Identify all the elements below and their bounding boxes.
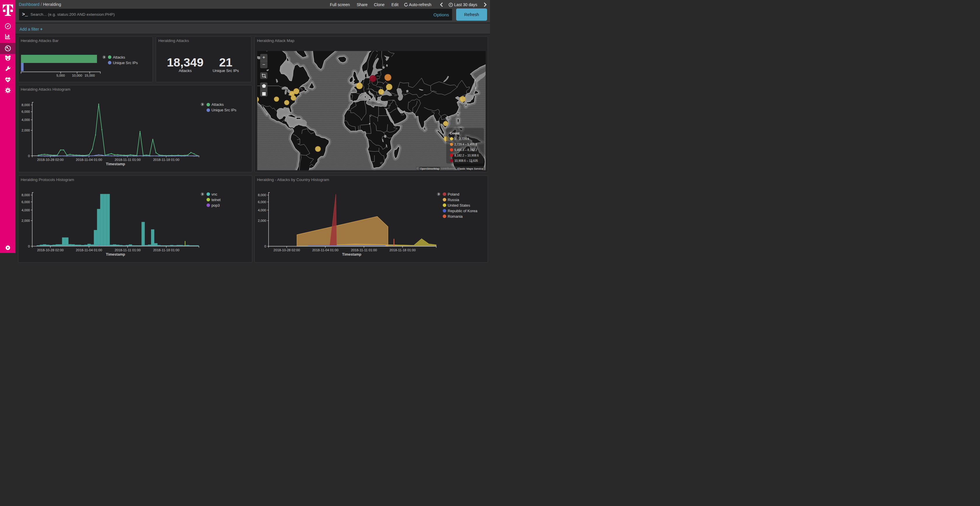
- svg-text:10,908.6 – 13,635: 10,908.6 – 13,635: [454, 159, 478, 162]
- svg-text:2018-11-04 01:00: 2018-11-04 01:00: [76, 158, 102, 162]
- svg-text:2018-10-28 02:00: 2018-10-28 02:00: [274, 248, 300, 252]
- svg-text:2,000: 2,000: [22, 219, 30, 222]
- svg-text:2018-11-18 01:00: 2018-11-18 01:00: [390, 248, 415, 252]
- svg-text:4,000: 4,000: [22, 208, 30, 212]
- svg-text:2018-11-11 01:00: 2018-11-11 01:00: [115, 158, 141, 162]
- svg-text:6,000: 6,000: [22, 200, 30, 203]
- svg-text:8,000: 8,000: [22, 193, 30, 197]
- svg-text:2,729.4 – 5,455.8: 2,729.4 – 5,455.8: [454, 143, 477, 146]
- svg-text:15,000: 15,000: [84, 74, 95, 77]
- svg-text:10,000: 10,000: [72, 74, 82, 77]
- svg-text:2018-11-18 01:00: 2018-11-18 01:00: [153, 248, 180, 252]
- svg-text:0: 0: [28, 154, 30, 158]
- svg-text:2018-11-18 01:00: 2018-11-18 01:00: [153, 158, 180, 162]
- svg-text:4,000: 4,000: [258, 208, 266, 212]
- svg-text:2,000: 2,000: [258, 219, 266, 222]
- svg-text:Count: Count: [450, 132, 460, 135]
- svg-text:8,000: 8,000: [22, 103, 30, 107]
- svg-text:6,000: 6,000: [22, 110, 30, 113]
- svg-text:8,182.2 – 10,908.6: 8,182.2 – 10,908.6: [454, 154, 479, 157]
- svg-text:5,455.8 – 8,182.2: 5,455.8 – 8,182.2: [454, 148, 477, 152]
- svg-text:0: 0: [28, 244, 30, 248]
- svg-text:2018-10-28 02:00: 2018-10-28 02:00: [37, 158, 64, 162]
- svg-text:2018-10-28 02:00: 2018-10-28 02:00: [37, 248, 64, 252]
- svg-text:2018-11-04 01:00: 2018-11-04 01:00: [76, 248, 102, 252]
- svg-text:0: 0: [264, 244, 266, 248]
- svg-text:5,000: 5,000: [57, 74, 65, 77]
- svg-text:6,000: 6,000: [258, 200, 266, 203]
- svg-text:8,000: 8,000: [258, 193, 266, 197]
- svg-text:4,000: 4,000: [22, 118, 30, 122]
- svg-text:2018-11-04 01:00: 2018-11-04 01:00: [312, 248, 338, 252]
- svg-text:2018-11-11 01:00: 2018-11-11 01:00: [115, 248, 141, 252]
- svg-text:3 – 2,729.4: 3 – 2,729.4: [454, 137, 469, 141]
- svg-text:2,000: 2,000: [22, 128, 30, 132]
- svg-text:2018-11-11 01:00: 2018-11-11 01:00: [351, 248, 377, 252]
